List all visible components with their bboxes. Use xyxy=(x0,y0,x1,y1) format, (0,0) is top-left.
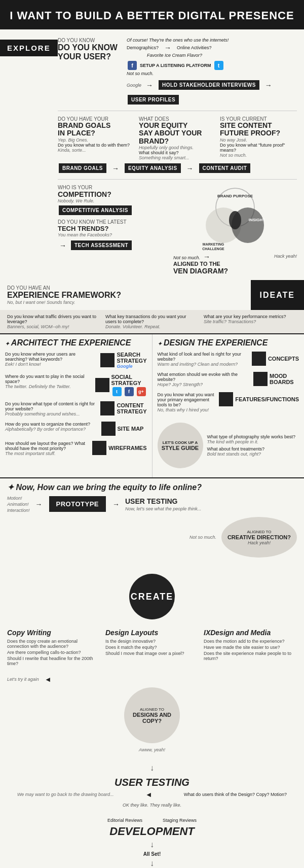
arrow4: → xyxy=(112,164,119,172)
brand-goals-box: BRAND GOALS xyxy=(59,163,106,173)
architect-col: ✦ ARCHITECT THE EXPERIENCE Do you know w… xyxy=(0,334,153,477)
search-black-square xyxy=(100,353,115,367)
design-title: ✦ DESIGN THE EXPERIENCE xyxy=(158,338,299,348)
moodboards-item: What emotion should we evoke with the we… xyxy=(158,372,299,387)
font-q: What about font treatments? xyxy=(207,446,299,452)
all-set-label: All Set! xyxy=(7,851,297,857)
not-so-much-1: Not so much. xyxy=(127,71,297,76)
exp-col2-ans: Donate. Volunteer. Repeat. xyxy=(105,324,199,329)
social-label: SOCIAL STRATEGY xyxy=(111,374,147,386)
hold-stakeholder-box: HOLD STAKEHOLDER INTERVIEWS xyxy=(159,80,259,90)
tech-assessment-box: TECH ASSESSMENT xyxy=(71,240,132,250)
brand-followup: Do you know what to do with them? xyxy=(58,143,135,148)
equity-col: WHAT DOES YOUR EQUITYSAY ABOUT YOUR BRAN… xyxy=(139,116,216,160)
exp-col1-q: Do you know what traffic drivers you wan… xyxy=(7,314,100,324)
copy-title: Copy Writing xyxy=(7,629,100,637)
exp-framework-details: Do you know what traffic drivers you wan… xyxy=(0,310,304,333)
page-header: I WANT TO BUILD A BETTER DIGITAL PRESENC… xyxy=(0,0,304,29)
creative-direction-row: Not so much. ALIGNED TO CREATIVE DIRECTI… xyxy=(7,517,297,558)
content-ans: Probably something around wishes... xyxy=(5,411,97,416)
aligned-designs-bubble: ALIGNED TO DESIGNS AND COPY? xyxy=(124,687,180,743)
concepts-black-square xyxy=(252,352,266,366)
tech-ans: You mean the Facebooks? xyxy=(58,232,169,237)
features-ans: No, thats why I hired you! xyxy=(158,407,216,412)
equity-title: YOUR EQUITYSAY ABOUT YOUR BRAND? xyxy=(139,122,216,145)
facebook-icon: f xyxy=(128,61,137,70)
ven-label-pre: ALIGNED TO THE xyxy=(173,261,228,267)
prototype-section: ✦ Now, How can we bring the equity to li… xyxy=(0,478,304,562)
ix-q1: Does the motion add to the experience? xyxy=(204,639,297,644)
google-search: Google xyxy=(117,364,146,369)
staging-reviews: Staging Reviews xyxy=(163,818,197,823)
mood-label: MOOD BOARDS xyxy=(270,373,299,385)
ven-diagram-area: BRAND PURPOSE MARKETING CHALLENGE INSIGH… xyxy=(173,185,297,275)
explore-badge: EXPLORE xyxy=(0,40,58,56)
svg-text:BRAND PURPOSE: BRAND PURPOSE xyxy=(217,194,253,198)
concepts-label: CONCEPTS xyxy=(268,356,299,362)
exp-col1: Do you know what traffic drivers you wan… xyxy=(7,314,100,329)
create-section: CREATE xyxy=(0,562,304,619)
competitive-analysis-box: COMPETITIVE ANALYSIS xyxy=(59,205,132,215)
copy-writing-col: Copy Writing Does the copy create an emo… xyxy=(7,629,100,667)
wireframes-ans: The most important stuff. xyxy=(5,451,89,456)
svg-point-3 xyxy=(229,211,241,229)
comp-ans: Nobody. We Rule. xyxy=(58,198,169,203)
svg-text:MARKETING: MARKETING xyxy=(203,242,224,246)
ice-cream: Favorite Ice Cream Flavor? xyxy=(147,53,297,58)
exp-col3: What are your key performance metrics? S… xyxy=(204,314,297,329)
site-content-title: SITE CONTENTFUTURE PROOF? xyxy=(220,122,297,137)
not-so-much-3: Not so much. xyxy=(189,535,216,540)
arrow5: → xyxy=(186,164,194,172)
design-q2: Does it match the equity? xyxy=(105,645,199,650)
site-ans2: Not so much. xyxy=(220,153,297,158)
ut-arrow: ◄ xyxy=(145,790,153,798)
user-do-you: DO YOU KNOW xyxy=(58,38,124,43)
copy-q1: Does the copy create an emotional connec… xyxy=(7,639,100,649)
exp-col3-ans: Site traffic? Transactions? xyxy=(204,319,297,324)
copy-q3: Should I rewrite that headline for the 2… xyxy=(7,656,100,666)
sitemap-label: SITE MAP xyxy=(118,426,144,432)
site-content-col: IS YOUR CURRENT SITE CONTENTFUTURE PROOF… xyxy=(220,116,297,160)
equity-ans1: Hopefully only good things. xyxy=(139,145,216,150)
ven-diagram-svg: BRAND PURPOSE MARKETING CHALLENGE INSIGH… xyxy=(192,185,278,251)
ix-q2: Have we made the site easier to use? xyxy=(204,645,297,650)
ut-title-2: USER TESTING xyxy=(7,777,297,788)
features-item: Do you know what you want your primary e… xyxy=(158,392,299,412)
mood-ans: Hope? Joy? Strength? xyxy=(158,382,251,387)
svg-text:CHALLENGE: CHALLENGE xyxy=(202,247,224,251)
hack-yeah-2: Hack yeah! xyxy=(248,540,271,545)
page-title: I WANT TO BUILD A BETTER DIGITAL PRESENC… xyxy=(5,9,299,22)
search-q: Do you know where your users are searchi… xyxy=(5,352,97,362)
fb-icon2: f xyxy=(125,387,134,396)
arrow-down-3: ↓ xyxy=(7,859,297,868)
arrow-icon2: → xyxy=(146,81,153,89)
gplus-icon: g+ xyxy=(137,387,146,396)
style-guide-title: STYLE GUIDE xyxy=(162,445,199,451)
not-so-much-2: Not so much. xyxy=(173,255,200,260)
development-section: Editorial Reviews Staging Reviews DEVELO… xyxy=(0,813,304,868)
architect-title: ✦ ARCHITECT THE EXPERIENCE xyxy=(5,338,147,348)
site-followup: Do you know what "future proof" means? xyxy=(220,143,297,153)
tech-title: TECH TRENDS? xyxy=(58,225,169,232)
arrow-icon3: → xyxy=(265,81,272,89)
copy-q2: Are there compelling calls-to-action? xyxy=(7,650,100,655)
design-layouts-title: Design Layouts xyxy=(105,629,199,637)
ix-q3: Does the site experience make people to … xyxy=(204,651,297,661)
sitemap-q: How do you want to organize the content? xyxy=(5,422,98,427)
site-ans1: No way José. xyxy=(220,137,297,143)
content-strategy-item: Do you know what type of content is righ… xyxy=(5,401,147,416)
social-q: Where do you want to play in the social … xyxy=(5,374,92,384)
dev-reviews-row: Editorial Reviews Staging Reviews xyxy=(7,818,297,823)
equity-analysis-box: EQUITY ANALYSIS xyxy=(125,163,181,173)
exp-framework-title: EXPERIENCE FRAMEWORK? xyxy=(7,291,244,300)
style-guide-bubble: LET'S COOK UP A STYLE GUIDE xyxy=(158,423,203,468)
ut-sub2: What do users think of the Design? Copy?… xyxy=(184,792,287,797)
online-activities: Online Activities? xyxy=(177,45,212,50)
social-strategy-item: Where do you want to play in the social … xyxy=(5,374,147,396)
animation-label: Animation! xyxy=(7,502,29,507)
sitemap-black-square xyxy=(101,422,116,436)
features-black-square xyxy=(219,392,233,406)
exp-col2-q: What key transactions do you want your u… xyxy=(105,314,199,324)
mood-q: What emotion should we evoke with the we… xyxy=(158,372,251,382)
user-profiles-box: USER PROFILES xyxy=(128,95,179,105)
